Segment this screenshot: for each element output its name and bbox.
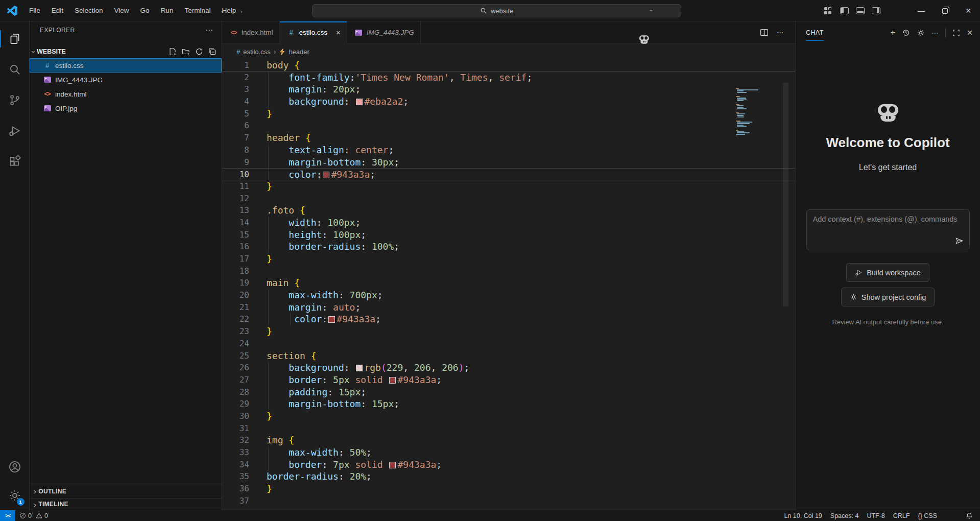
chat-more-actions-icon[interactable]: ⋯ (931, 29, 939, 37)
code-line-11[interactable]: 11} (222, 180, 795, 193)
menu-view[interactable]: View (109, 4, 135, 18)
status-encoding[interactable]: UTF-8 (867, 512, 885, 519)
code-line-27[interactable]: 27 border: 5px solid #943a3a; (222, 374, 795, 386)
code-line-18[interactable]: 18 (222, 265, 795, 277)
run-debug-icon[interactable] (0, 115, 30, 146)
customize-layout-icon[interactable] (824, 7, 833, 14)
notifications-bell-icon[interactable] (966, 512, 973, 519)
code-line-24[interactable]: 24 (222, 338, 795, 350)
code-line-9[interactable]: 9 margin-bottom: 30px; (222, 156, 795, 169)
nav-forward-icon[interactable]: → (235, 6, 244, 16)
code-line-17[interactable]: 17} (222, 253, 795, 265)
chat-button-show-project-config[interactable]: Show project config (841, 288, 935, 306)
code-line-14[interactable]: 14 width: 100px; (222, 217, 795, 229)
code-line-21[interactable]: 21 margin: auto; (222, 301, 795, 314)
explorer-more-actions-icon[interactable]: ⋯ (205, 26, 213, 35)
code-line-6[interactable]: 6 (222, 120, 795, 132)
tab-img-4443-jpg[interactable]: IMG_4443.JPG (347, 21, 421, 43)
code-line-5[interactable]: 5} (222, 108, 795, 120)
new-file-icon[interactable] (169, 48, 177, 56)
code-editor[interactable]: 1body {2 font-family:'Times New Roman', … (222, 59, 795, 510)
code-line-36[interactable]: 36} (222, 483, 795, 495)
vertical-scrollbar[interactable] (783, 83, 788, 306)
nav-back-icon[interactable]: ← (220, 6, 228, 16)
code-line-29[interactable]: 29 margin-bottom: 15px; (222, 398, 795, 410)
accounts-icon[interactable] (0, 453, 30, 481)
window-close-button[interactable]: ✕ (957, 0, 980, 21)
breadcrumb-symbol[interactable]: header (289, 48, 309, 56)
code-line-19[interactable]: 19main { (222, 277, 795, 289)
code-line-3[interactable]: 3 margin: 20px; (222, 83, 795, 96)
refresh-icon[interactable] (195, 48, 203, 56)
tab-close-icon[interactable]: × (336, 28, 341, 37)
menu-go[interactable]: Go (135, 4, 155, 18)
collapse-all-icon[interactable] (208, 48, 217, 56)
code-line-33[interactable]: 33 max-width: 50%; (222, 446, 795, 459)
editor-more-actions-icon[interactable]: ⋯ (777, 29, 784, 36)
settings-gear-icon[interactable]: 1 (0, 481, 30, 510)
file-oip-jpg[interactable]: OIP.jpg (30, 101, 222, 115)
menu-selection[interactable]: Selection (69, 4, 109, 18)
code-line-12[interactable]: 12 (222, 193, 795, 205)
copilot-status-icon[interactable] (945, 511, 958, 521)
code-line-15[interactable]: 15 height: 100px; (222, 229, 795, 241)
code-line-32[interactable]: 32img { (222, 434, 795, 446)
code-line-2[interactable]: 2 font-family:'Times New Roman', Times, … (222, 72, 795, 84)
code-line-25[interactable]: 25section { (222, 350, 795, 362)
code-line-37[interactable]: 37 (222, 495, 795, 507)
window-minimize-button[interactable]: — (910, 0, 933, 21)
remote-indicator[interactable]: >< (0, 510, 15, 521)
toggle-primary-sidebar-icon[interactable] (840, 7, 849, 14)
toggle-secondary-sidebar-icon[interactable] (872, 7, 880, 14)
code-line-20[interactable]: 20 max-width: 700px; (222, 289, 795, 301)
new-chat-icon[interactable]: + (890, 28, 895, 38)
send-icon[interactable] (954, 236, 964, 246)
chat-input[interactable]: Add context (#), extensions (@), command… (806, 209, 970, 250)
chat-settings-gear-icon[interactable] (917, 29, 925, 37)
file-index-html[interactable]: <>index.html (30, 87, 222, 101)
menu-run[interactable]: Run (155, 4, 179, 18)
tab-index-html[interactable]: <>index.html (222, 21, 280, 43)
chat-history-icon[interactable] (902, 29, 910, 37)
tab-chat[interactable]: CHAT (806, 21, 824, 44)
status-eol[interactable]: CRLF (893, 512, 910, 519)
file-estilo-css[interactable]: #estilo.css (30, 58, 222, 73)
source-control-icon[interactable] (0, 85, 30, 115)
code-line-8[interactable]: 8 text-align: center; (222, 144, 795, 156)
folder-header-website[interactable]: › WEBSITE (30, 45, 222, 58)
code-line-4[interactable]: 4 background: #eba2a2; (222, 96, 795, 108)
new-folder-icon[interactable] (182, 48, 190, 56)
command-center-search[interactable]: website (312, 4, 681, 17)
tab-estilo-css[interactable]: #estilo.css× (280, 21, 347, 44)
menu-terminal[interactable]: Terminal (179, 4, 216, 18)
timeline-section-header[interactable]: › TIMELINE (30, 498, 222, 510)
minimap[interactable] (734, 85, 762, 197)
code-line-34[interactable]: 34 border: 7px solid #943a3a; (222, 459, 795, 471)
file-img-4443-jpg[interactable]: IMG_4443.JPG (30, 73, 222, 87)
titlebar-copilot-menu[interactable]: ⌄ (635, 5, 653, 15)
outline-section-header[interactable]: › OUTLINE (30, 484, 222, 498)
code-line-35[interactable]: 35border-radius: 20%; (222, 470, 795, 483)
window-restore-button[interactable] (933, 0, 957, 21)
code-line-28[interactable]: 28 padding: 15px; (222, 386, 795, 398)
code-line-26[interactable]: 26 background: rgb(229, 206, 206); (222, 362, 795, 374)
status-indentation[interactable]: Spaces: 4 (830, 512, 859, 519)
status-language[interactable]: {} CSS (918, 512, 937, 519)
code-line-31[interactable]: 31 (222, 422, 795, 435)
problems-status[interactable]: 0 0 (19, 512, 48, 519)
chat-close-icon[interactable]: ✕ (967, 29, 973, 37)
explorer-icon[interactable] (0, 23, 30, 54)
code-line-7[interactable]: 7header { (222, 132, 795, 144)
chat-maximize-icon[interactable] (952, 29, 960, 37)
code-line-10[interactable]: 10 color:#943a3a; (222, 168, 795, 180)
breadcrumb-file[interactable]: estilo.css (243, 48, 270, 56)
chat-button-build-workspace[interactable]: Build workspace (846, 263, 929, 282)
status-cursor-position[interactable]: Ln 10, Col 19 (784, 512, 822, 519)
split-editor-icon[interactable] (760, 28, 769, 37)
code-line-23[interactable]: 23} (222, 325, 795, 338)
search-icon[interactable] (0, 54, 30, 85)
extensions-icon[interactable] (0, 146, 30, 177)
menu-edit[interactable]: Edit (46, 4, 69, 18)
code-line-16[interactable]: 16 border-radius: 100%; (222, 241, 795, 253)
menu-file[interactable]: File (23, 4, 46, 18)
